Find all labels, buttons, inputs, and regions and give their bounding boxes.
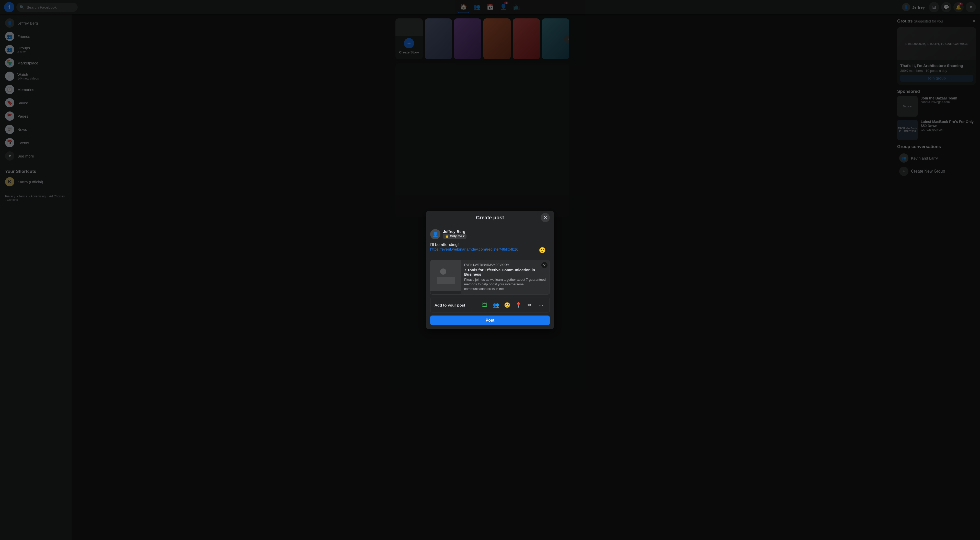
modal-title: Create post bbox=[476, 215, 504, 221]
svg-rect-2 bbox=[437, 277, 455, 284]
feeling-button[interactable]: 😊 bbox=[503, 300, 512, 310]
privacy-lock-icon: 🔒 bbox=[445, 234, 449, 238]
post-button[interactable]: Post bbox=[430, 315, 550, 325]
link-preview-image bbox=[430, 260, 461, 291]
add-to-post-label: Add to your post bbox=[434, 303, 465, 307]
post-content-area: I'll be attending! https://event.webinar… bbox=[430, 242, 550, 258]
privacy-button[interactable]: 🔒 Only me ▾ bbox=[443, 234, 466, 239]
post-tools-icons: 🖼 👥 😊 📍 ✏ ⋯ bbox=[480, 300, 546, 310]
post-author: 👤 Jeffrey Berg 🔒 Only me ▾ bbox=[430, 229, 550, 239]
more-tools-button[interactable]: ⋯ bbox=[536, 300, 546, 310]
create-post-modal: Create post ✕ 👤 Jeffrey Berg 🔒 Only me ▾… bbox=[426, 211, 554, 330]
location-button[interactable]: 📍 bbox=[514, 300, 523, 310]
link-preview-domain: EVENT.WEBINARJAMDEV.COM bbox=[464, 263, 546, 267]
svg-point-1 bbox=[440, 268, 446, 275]
modal-overlay[interactable]: Create post ✕ 👤 Jeffrey Berg 🔒 Only me ▾… bbox=[0, 0, 980, 540]
post-text: I'll be attending! bbox=[430, 242, 550, 247]
post-author-name: Jeffrey Berg bbox=[443, 229, 466, 234]
link-preview-close-button[interactable]: ✕ bbox=[541, 262, 547, 268]
post-author-avatar: 👤 bbox=[430, 229, 441, 239]
link-preview: EVENT.WEBINARJAMDEV.COM 7 Tools for Effe… bbox=[430, 260, 550, 295]
tag-people-button[interactable]: 👥 bbox=[491, 300, 501, 310]
post-tools-bar: Add to your post 🖼 👥 😊 📍 ✏ ⋯ bbox=[430, 298, 550, 312]
edit-button[interactable]: ✏ bbox=[525, 300, 534, 310]
privacy-label: Only me bbox=[450, 234, 462, 238]
post-link[interactable]: https://event.webinarjamdev.com/register… bbox=[430, 247, 519, 251]
photo-video-button[interactable]: 🖼 bbox=[480, 300, 489, 310]
link-preview-title: 7 Tools for Effective Communication in B… bbox=[464, 268, 546, 276]
emoji-button[interactable]: 🙂 bbox=[539, 247, 546, 253]
privacy-chevron-icon: ▾ bbox=[463, 234, 465, 238]
link-preview-description: Please join us as we learn together abou… bbox=[464, 277, 546, 292]
modal-close-button[interactable]: ✕ bbox=[541, 213, 550, 222]
modal-body: 👤 Jeffrey Berg 🔒 Only me ▾ I'll be atten… bbox=[426, 225, 554, 330]
modal-header: Create post ✕ bbox=[426, 211, 554, 225]
